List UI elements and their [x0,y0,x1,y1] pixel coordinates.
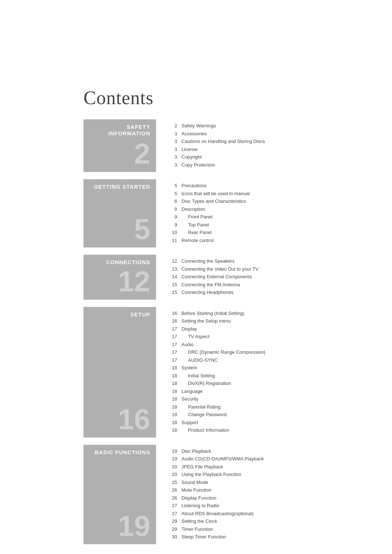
section-items-setup: 16Before Starting (Initial Setting)16Set… [156,307,370,438]
list-item: 15Connecting Headphones [167,289,370,296]
item-text: Using the Playback Function [181,471,370,478]
item-page-number: 11 [167,237,177,244]
item-text: Listening to Radio [181,502,370,509]
item-page-number: 3 [167,161,177,169]
item-page-number: 29 [167,518,177,525]
item-page-number: 19 [167,455,177,463]
section-number-connections: 12 [118,267,150,296]
item-page-number: 29 [167,526,177,533]
list-item: 12Connecting the Speakers [167,258,370,265]
list-item: 17DRC (Dynamic Range Compression) [167,349,370,356]
list-item: 19Disc Playback [167,448,370,455]
section-items-connections: 12Connecting the Speakers13Connecting th… [156,255,370,300]
item-text: Rear Panel [181,229,370,236]
section-basic: BASIC FUNCTIONS1919Disc Playback19Audio … [83,445,370,544]
item-page-number: 5 [167,190,177,197]
section-number-basic: 19 [118,512,150,541]
item-text: Language [181,388,370,395]
item-text: Audio [181,341,370,348]
item-text: DRC (Dynamic Range Compression) [181,349,370,356]
item-page-number: 20 [167,463,177,471]
section-title-safety: SAFETY INFORMATION [87,124,150,137]
list-item: 18Parental Rating [167,403,370,411]
item-text: Disc Playback [181,448,370,455]
list-item: 27Listening to Radio [167,502,370,509]
list-item: 10Rear Panel [167,229,370,236]
section-number-getting: 5 [134,215,151,244]
item-page-number: 3 [167,130,177,138]
list-item: 11Remote control [167,237,370,244]
item-text: Connecting the FM Antenna [181,281,370,288]
list-item: 26Display Function [167,495,370,502]
list-item: 13Connecting the Video Out to your TV [167,266,370,273]
item-text: Change Password [181,411,370,418]
list-item: 3Copyright [167,153,370,161]
list-item: 5Precautions [167,182,370,189]
item-page-number: 17 [167,341,177,348]
item-text: Disc Types and Characteristics [181,198,370,205]
item-text: Precautions [181,182,370,189]
list-item: 26Mute Function [167,487,370,494]
list-item: 3Copy Protection [167,161,370,169]
item-page-number: 19 [167,448,177,455]
item-page-number: 14 [167,273,177,280]
page: Contents SAFETY INFORMATION22Safety Warn… [0,0,392,554]
section-getting: GETTING STARTED55Precautions5Icons that … [83,179,370,247]
item-text: Before Starting (Initial Setting) [181,310,370,317]
item-page-number: 17 [167,357,177,364]
item-text: License [181,146,370,153]
list-item: 18DivX(R) Registration [167,380,370,387]
item-text: Top Panel [181,221,370,229]
item-page-number: 18 [167,364,177,372]
section-title-setup: SETUP [130,311,150,318]
list-item: 3Accessories [167,130,370,138]
item-text: Connecting External Components [181,273,370,280]
list-item: 20Using the Playback Function [167,471,370,478]
item-page-number: 3 [167,153,177,161]
item-text: Setting the Clock [181,518,370,525]
list-item: 27About RDS Broadcasting(optional) [167,510,370,517]
item-page-number: 17 [167,325,177,333]
item-page-number: 26 [167,495,177,502]
item-page-number: 15 [167,281,177,288]
item-page-number: 10 [167,229,177,236]
item-page-number: 25 [167,479,177,486]
section-title-getting: GETTING STARTED [94,184,150,190]
item-text: Copyright [181,153,370,161]
section-items-basic: 19Disc Playback19Audio CD(CD-DA)/MP3/WMA… [156,445,370,544]
list-item: 18Initial Setting [167,372,370,379]
item-page-number: 18 [167,419,177,426]
item-text: Support [181,419,370,426]
item-text: Mute Function [181,487,370,494]
item-page-number: 16 [167,317,177,325]
list-item: 14Connecting External Components [167,273,370,280]
item-text: Display Function [181,495,370,502]
list-item: 2Safety Warnings [167,122,370,130]
list-item: 17TV Aspect [167,333,370,340]
list-item: 18Support [167,419,370,426]
list-item: 3License [167,146,370,153]
item-page-number: 5 [167,182,177,189]
item-page-number: 18 [167,427,177,434]
list-item: 5Icons that will be used in manual [167,190,370,197]
section-connections: CONNECTIONS1212Connecting the Speakers13… [83,255,370,300]
list-item: 6Disc Types and Characteristics [167,198,370,205]
item-text: Sound Mode [181,479,370,486]
item-page-number: 3 [167,146,177,153]
list-item: 20JPEG File Playback [167,463,370,471]
item-page-number: 16 [167,310,177,317]
item-text: Parental Rating [181,403,370,411]
item-page-number: 17 [167,349,177,356]
item-text: Timer Function [181,526,370,533]
item-text: Audio CD(CD-DA)/MP3/WMA Playback [181,455,370,463]
list-item: 19Audio CD(CD-DA)/MP3/WMA Playback [167,455,370,463]
item-page-number: 17 [167,333,177,340]
item-page-number: 26 [167,487,177,494]
list-item: 18System [167,364,370,372]
section-header-setup: SETUP16 [83,307,156,438]
list-item: 30Sleep Timer Function [167,533,370,541]
section-header-basic: BASIC FUNCTIONS19 [83,445,156,544]
item-text: Description [181,206,370,213]
item-page-number: 18 [167,372,177,379]
page-title: Contents [83,0,392,119]
